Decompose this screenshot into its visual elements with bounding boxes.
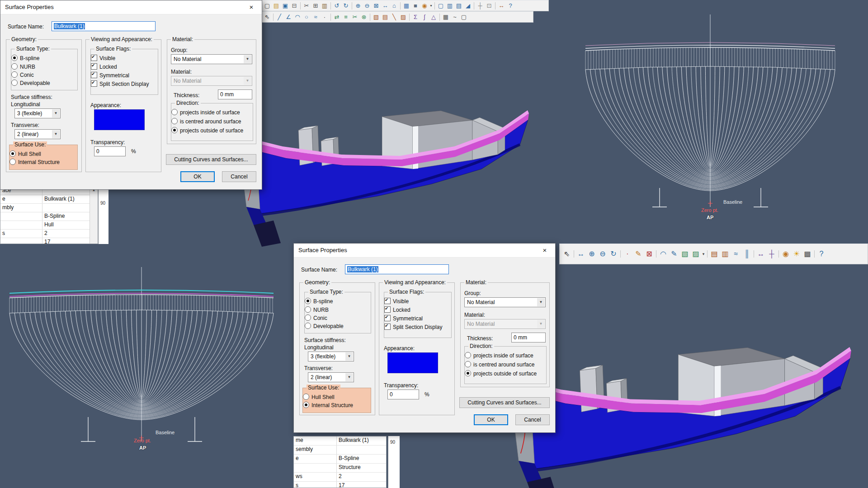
- new-file-icon[interactable]: ▢: [263, 1, 272, 11]
- appearance-color-swatch[interactable]: [387, 352, 438, 373]
- table-row[interactable]: ws2: [294, 473, 386, 482]
- table-row[interactable]: eBulkwark (1): [0, 195, 91, 204]
- rotate-view-icon[interactable]: ↻: [608, 247, 619, 261]
- arc-icon[interactable]: ◠: [293, 12, 302, 22]
- surface-name-input[interactable]: Bulkwark (1): [345, 264, 449, 274]
- cancel-button[interactable]: Cancel: [515, 414, 550, 425]
- paste-icon[interactable]: ▥: [320, 1, 329, 11]
- sections-icon[interactable]: ▥: [720, 247, 731, 261]
- chevron-down-icon[interactable]: ▼: [52, 109, 60, 117]
- radio-icon[interactable]: [11, 63, 18, 70]
- radio-icon[interactable]: [9, 159, 16, 165]
- add-surface-icon[interactable]: ▧: [679, 247, 690, 261]
- checkbox-icon[interactable]: [91, 63, 97, 70]
- delete-point-icon[interactable]: ⊠: [644, 247, 655, 261]
- checkbox-locked[interactable]: Locked: [384, 306, 410, 313]
- surface-name-input[interactable]: Bulkwark (1): [52, 21, 156, 31]
- table-row[interactable]: sembly: [294, 446, 386, 455]
- radio-projects-outside[interactable]: projects outside of surface: [465, 370, 537, 377]
- redo-icon[interactable]: ↻: [341, 1, 350, 11]
- line-icon[interactable]: ╱: [275, 12, 284, 22]
- pan-icon[interactable]: ↔: [381, 1, 390, 11]
- snap-icon[interactable]: ⊡: [485, 1, 494, 11]
- radio-icon[interactable]: [465, 352, 471, 358]
- radio-centred-around[interactable]: is centred around surface: [171, 118, 241, 125]
- cut-icon[interactable]: ✂: [302, 1, 311, 11]
- thickness-input[interactable]: 0 mm: [218, 89, 252, 99]
- spline-curve-icon[interactable]: ≈: [311, 12, 320, 22]
- help-icon[interactable]: ?: [506, 1, 515, 11]
- radio-hull-shell[interactable]: Hull Shell: [303, 394, 335, 400]
- appearance-color-swatch[interactable]: [94, 109, 145, 130]
- radio-nurb[interactable]: NURB: [305, 306, 329, 313]
- cancel-button[interactable]: Cancel: [222, 171, 256, 182]
- hydrostatics-icon[interactable]: ∫: [420, 12, 429, 22]
- add-point-icon[interactable]: ·: [622, 247, 633, 261]
- front-view-icon[interactable]: ▢: [436, 1, 445, 11]
- viewport-boat-perspective-top[interactable]: [228, 67, 545, 248]
- offset-icon[interactable]: ≡: [341, 12, 350, 22]
- radio-icon[interactable]: [303, 394, 309, 400]
- material-group-select[interactable]: No Material▼: [464, 297, 546, 307]
- copy-icon[interactable]: ⊞: [311, 1, 320, 11]
- viewport-body-plan-bottom-left[interactable]: [1, 264, 288, 463]
- checkbox-icon[interactable]: [384, 324, 391, 330]
- radio-centred-around[interactable]: is centred around surface: [465, 361, 534, 368]
- checkbox-split-section[interactable]: Split Section Display: [384, 324, 442, 330]
- print-icon[interactable]: ⊟: [290, 1, 299, 11]
- report-icon[interactable]: ▢: [459, 12, 468, 22]
- radio-nurb[interactable]: NURB: [11, 63, 35, 70]
- side-view-icon[interactable]: ▥: [445, 1, 454, 11]
- table-row[interactable]: Structure: [294, 464, 386, 473]
- stability-icon[interactable]: △: [429, 12, 438, 22]
- render-icon[interactable]: ◉: [780, 247, 791, 261]
- table-row[interactable]: 17: [0, 238, 91, 244]
- radio-bspline[interactable]: B-spline: [11, 55, 39, 61]
- table-row[interactable]: meBulkwark (1): [294, 436, 386, 446]
- chevron-down-icon[interactable]: ▼: [244, 55, 251, 63]
- chevron-down-icon[interactable]: ▼: [52, 130, 60, 138]
- save-file-icon[interactable]: ▣: [281, 1, 290, 11]
- table-row[interactable]: Hull: [0, 221, 91, 230]
- radio-projects-inside[interactable]: projects inside of surface: [465, 352, 533, 359]
- circle-icon[interactable]: ○: [302, 12, 311, 22]
- mass-properties-icon[interactable]: Σ: [411, 12, 420, 22]
- edit-point-icon[interactable]: ✎: [633, 247, 644, 261]
- mirror-icon[interactable]: ⇄: [332, 12, 341, 22]
- chevron-down-icon[interactable]: ▼: [345, 352, 353, 361]
- viewport-body-plan-top-right[interactable]: [572, 11, 853, 225]
- radio-internal-structure[interactable]: Internal Structure: [9, 159, 60, 165]
- measure-icon[interactable]: ↔: [755, 247, 766, 261]
- zoom-out-icon[interactable]: ⊖: [363, 1, 372, 11]
- radio-icon[interactable]: [11, 55, 18, 61]
- radio-icon[interactable]: [11, 71, 18, 78]
- radio-icon[interactable]: [305, 306, 311, 313]
- radio-hull-shell[interactable]: Hull Shell: [9, 150, 41, 157]
- dropdown-arrow-icon[interactable]: ▾: [701, 247, 706, 261]
- table-view-icon[interactable]: ▦: [441, 12, 450, 22]
- grid-icon[interactable]: ┼: [476, 1, 485, 11]
- radio-developable[interactable]: Developable: [305, 323, 344, 329]
- zoom-in-icon[interactable]: ⊕: [586, 247, 597, 261]
- longitudinal-select[interactable]: 3 (flexible)▼: [14, 108, 61, 118]
- lights-icon[interactable]: ☀: [791, 247, 802, 261]
- dialog-title-bar[interactable]: Surface Properties ×: [0, 0, 262, 14]
- radio-icon[interactable]: [171, 127, 178, 133]
- radio-icon[interactable]: [171, 109, 178, 115]
- polyline-icon[interactable]: ∠: [284, 12, 293, 22]
- checkbox-icon[interactable]: [91, 55, 97, 61]
- material-group-select[interactable]: No Material▼: [171, 54, 252, 64]
- render-mode-icon[interactable]: ◉: [420, 1, 429, 11]
- edit-curve-icon[interactable]: ✎: [669, 247, 679, 261]
- close-icon[interactable]: ×: [241, 0, 262, 14]
- cutting-curves-button[interactable]: Cutting Curves and Surfaces...: [166, 154, 256, 165]
- graph-view-icon[interactable]: ~: [450, 12, 459, 22]
- measure-icon[interactable]: ↔: [497, 1, 506, 11]
- add-surface-icon[interactable]: ▧: [372, 12, 381, 22]
- transverse-select[interactable]: 2 (linear)▼: [14, 129, 61, 139]
- add-plate-icon[interactable]: ▨: [399, 12, 408, 22]
- table-row[interactable]: mbly: [0, 204, 91, 212]
- thickness-input[interactable]: 0 mm: [511, 333, 546, 343]
- radio-icon[interactable]: [171, 118, 178, 124]
- trim-icon[interactable]: ✂: [350, 12, 359, 22]
